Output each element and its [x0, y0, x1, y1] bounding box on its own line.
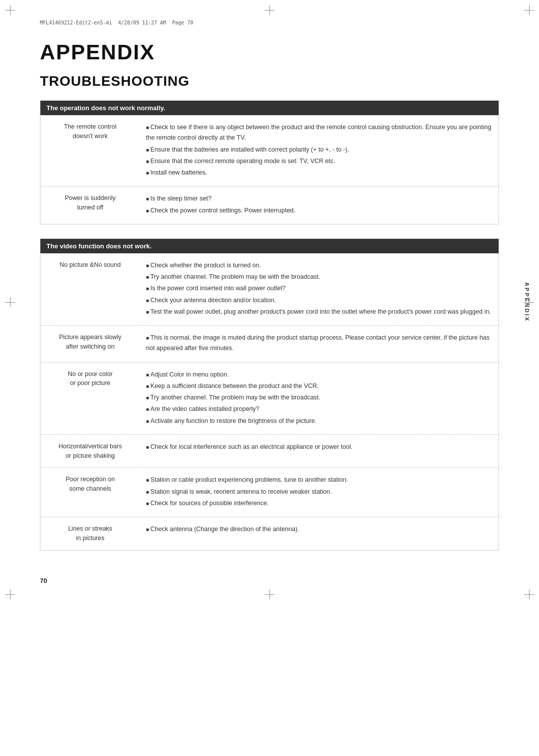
symptom-picture-slowly: Picture appears slowlyafter switching on: [40, 326, 140, 363]
table-row: Picture appears slowlyafter switching on…: [40, 326, 499, 363]
solution-item: Try another channel. The problem may be …: [146, 272, 493, 282]
solution-power-off: Is the sleep timer set? Check the power …: [140, 187, 499, 224]
table-row: Horizontal/vertical barsor picture shaki…: [40, 434, 499, 468]
solution-item: Try another channel. The problem may be …: [146, 392, 493, 403]
table-video: The video function does not work. No pic…: [40, 238, 499, 551]
solution-item: Install new batteries.: [146, 168, 493, 178]
solution-poor-reception: Station or cable product experiencing pr…: [140, 468, 499, 517]
solution-item: Is the sleep timer set?: [146, 193, 493, 204]
table-row: Power is suddenlyturned off Is the sleep…: [40, 187, 499, 224]
solution-item: Check whether the product is turned on.: [146, 260, 493, 271]
crosshair-br: [524, 589, 534, 599]
symptom-poor-reception: Poor reception onsome channels: [40, 468, 140, 517]
table-row: The remote controldoesn't work Check to …: [40, 115, 499, 187]
solution-item: Ensure that the correct remote operating…: [146, 156, 493, 167]
crosshair-bc: [265, 589, 274, 599]
solution-item: Adjust Color in menu option.: [146, 370, 493, 380]
solution-item: Check for local interference such as an …: [146, 442, 493, 452]
crosshair-tl: [5, 5, 15, 15]
solution-poor-color: Adjust Color in menu option. Keep a suff…: [140, 362, 499, 434]
table-row: Poor reception onsome channels Station o…: [40, 468, 499, 517]
crosshair-lc: [5, 297, 15, 307]
solution-item: This is normal, the image is muted durin…: [146, 333, 493, 354]
solution-remote-control: Check to see if there is any object betw…: [140, 115, 499, 187]
solution-bars-shaking: Check for local interference such as an …: [140, 434, 499, 468]
solution-item: Check the power control settings. Power …: [146, 205, 493, 216]
table-operation: The operation does not work normally. Th…: [40, 100, 499, 224]
section-title: TROUBLESHOOTING: [40, 73, 499, 89]
table-row: No picture &No sound Check whether the p…: [40, 253, 499, 326]
table-row: No or poor coloror poor picture Adjust C…: [40, 362, 499, 434]
header-meta: MFL41469212-Edit2-en5-mi 4/28/09 11:27 A…: [40, 20, 499, 25]
crosshair-bl: [5, 589, 15, 599]
solution-item: Test the wall power outlet, plug another…: [146, 307, 493, 317]
table-header-operation: The operation does not work normally.: [40, 101, 499, 116]
solution-picture-slowly: This is normal, the image is muted durin…: [140, 326, 499, 363]
table-row: Lines or streaksin pictures Check antenn…: [40, 517, 499, 551]
solution-item: Is the power cord inserted into wall pow…: [146, 283, 493, 294]
page-title: APPENDIX: [40, 40, 499, 64]
solution-item: Are the video cables installed properly?: [146, 404, 493, 414]
solution-item: Check for sources of possible interferen…: [146, 498, 493, 509]
solution-no-picture: Check whether the product is turned on. …: [140, 253, 499, 326]
solution-lines-streaks: Check antenna (Change the direction of t…: [140, 517, 499, 551]
solution-item: Keep a sufficient distance between the p…: [146, 381, 493, 391]
solution-item: Station or cable product experiencing pr…: [146, 475, 493, 485]
table-header-video-label: The video function does not work.: [40, 238, 499, 253]
solution-item: Check your antenna direction and/or loca…: [146, 295, 493, 306]
solution-item: Station signal is weak, reorient antenna…: [146, 487, 493, 497]
symptom-lines-streaks: Lines or streaksin pictures: [40, 517, 140, 551]
symptom-bars-shaking: Horizontal/vertical barsor picture shaki…: [40, 434, 140, 468]
crosshair-tr: [524, 5, 534, 15]
solution-item: Check to see if there is any object betw…: [146, 122, 493, 144]
table-header-video: The video function does not work.: [40, 238, 499, 253]
crosshair-tc: [265, 5, 274, 15]
symptom-poor-color: No or poor coloror poor picture: [40, 362, 140, 434]
symptom-no-picture: No picture &No sound: [40, 253, 140, 326]
solution-item: Ensure that the batteries are installed …: [146, 145, 493, 155]
symptom-power-off: Power is suddenlyturned off: [40, 187, 140, 224]
sidebar-appendix-label: APPENDIX: [524, 282, 530, 322]
solution-item: Activate any function to restore the bri…: [146, 416, 493, 426]
solution-item: Check antenna (Change the direction of t…: [146, 524, 493, 535]
page-number: 70: [40, 577, 47, 584]
table-header-operation-label: The operation does not work normally.: [40, 101, 499, 116]
symptom-remote-control: The remote controldoesn't work: [40, 115, 140, 187]
